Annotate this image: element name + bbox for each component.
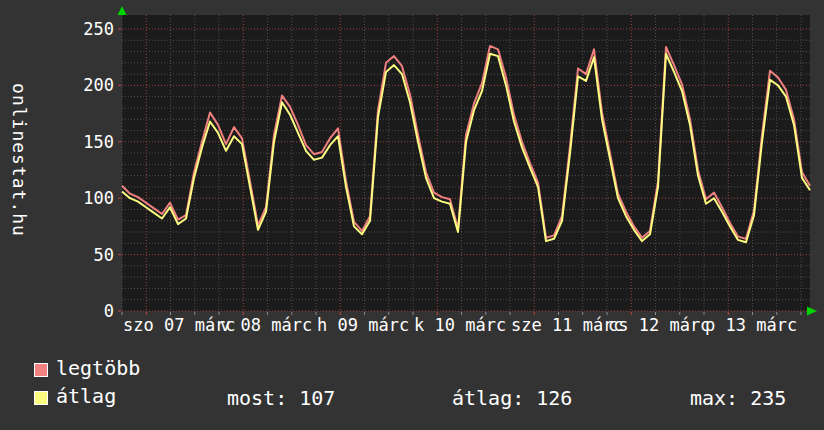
x-axis-label: v 08 márc [220, 315, 312, 335]
stat-atlag: átlag: 126 [452, 388, 572, 408]
y-axis-label: 150 [62, 132, 114, 152]
x-axis-arrow-icon [807, 307, 817, 316]
legend-swatch-legtobb-icon [34, 363, 48, 377]
x-axis-label: h 09 márc [317, 315, 409, 335]
plot-area [122, 15, 810, 311]
stat-most: most: 107 [227, 388, 335, 408]
graph-screen: onlinestat.hu 050100150200250 szo 07 már… [0, 0, 824, 430]
legend-label-atlag: átlag [56, 386, 116, 406]
x-axis-label: szo 07 márc [123, 315, 236, 335]
y-axis-label: 0 [62, 301, 114, 321]
y-axis-label: 100 [62, 188, 114, 208]
legend-label-legtobb: legtöbb [56, 358, 140, 378]
y-axis-label: 250 [62, 19, 114, 39]
y-axis-label: 50 [62, 245, 114, 265]
y-axis-label: 200 [62, 75, 114, 95]
stat-max: max: 235 [690, 388, 786, 408]
x-axis-label: p 13 márc [705, 315, 797, 335]
x-axis-label: cs 12 márc [608, 315, 710, 335]
y-axis-arrow-icon [118, 6, 127, 15]
legend-swatch-atlag-icon [34, 391, 48, 405]
x-axis-label: sze 11 márc [511, 315, 624, 335]
x-axis-label: k 10 márc [414, 315, 506, 335]
